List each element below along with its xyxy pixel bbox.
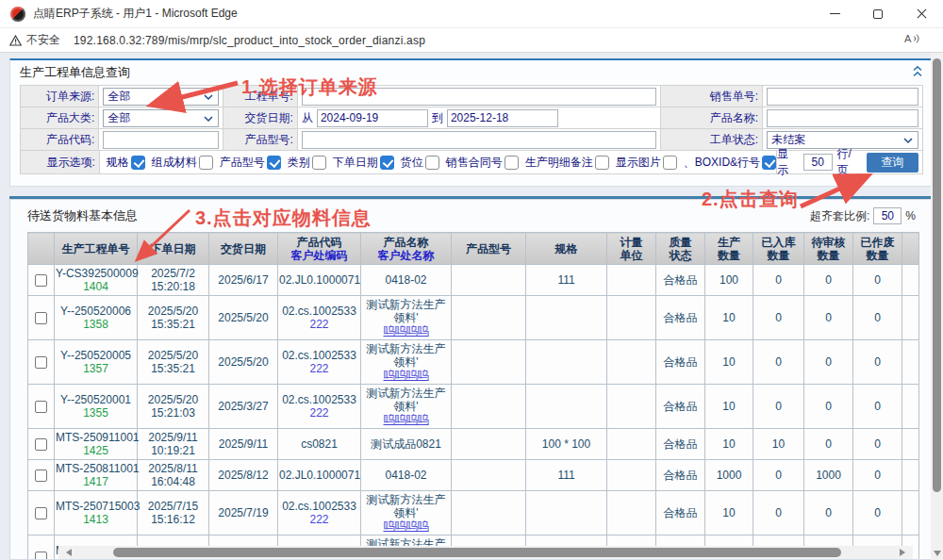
product-code-cell[interactable]: 02.cs.1002533222 bbox=[278, 491, 361, 535]
product-code-input[interactable] bbox=[103, 131, 218, 149]
display-option-checkbox[interactable] bbox=[131, 156, 145, 170]
row-checkbox[interactable] bbox=[35, 312, 47, 324]
display-option-checkbox[interactable] bbox=[380, 156, 394, 170]
product-code-cell[interactable]: 02.cs.1002533222 bbox=[278, 296, 361, 340]
security-indicator[interactable]: 不安全 bbox=[9, 32, 60, 48]
row-checkbox[interactable] bbox=[35, 438, 47, 451]
scroll-right-arrow-icon[interactable] bbox=[900, 549, 905, 556]
product-name[interactable]: 0418-02 bbox=[362, 273, 450, 287]
product-code[interactable]: 02.cs.1002533 bbox=[279, 349, 359, 362]
product-code[interactable]: 02.cs.1002533 bbox=[279, 500, 359, 513]
order-number-cell[interactable]: Y--2505200061358 bbox=[55, 296, 138, 340]
close-button[interactable] bbox=[900, 0, 943, 28]
customer-name[interactable]: 呜呜呜呜 bbox=[362, 324, 450, 338]
order-number-cell[interactable]: MTS-2508110011417 bbox=[55, 460, 138, 491]
product-model-input[interactable] bbox=[302, 131, 656, 149]
order-number[interactable]: MTS-250811001 bbox=[56, 462, 136, 475]
display-option-checkbox[interactable] bbox=[595, 156, 609, 170]
order-id[interactable]: 1417 bbox=[56, 475, 136, 488]
order-number-cell[interactable]: MTS-2509110011425 bbox=[55, 429, 138, 460]
product-code[interactable]: 02.cs.1002533 bbox=[279, 393, 359, 406]
display-option-checkbox[interactable] bbox=[663, 156, 677, 170]
order-number[interactable]: Y-CS392500009 bbox=[56, 267, 136, 280]
product-code-cell[interactable]: 02.JL0.1000071 bbox=[278, 265, 361, 296]
customer-code[interactable]: 222 bbox=[279, 318, 359, 331]
display-option-checkbox[interactable] bbox=[267, 156, 281, 170]
product-code[interactable]: 02.JL0.1000071 bbox=[279, 469, 359, 482]
collapse-panel-icon[interactable] bbox=[912, 64, 923, 81]
order-source-select[interactable]: 全部 bbox=[103, 88, 218, 106]
horizontal-scrollbar[interactable] bbox=[58, 546, 913, 559]
product-name[interactable]: 测试成品0821 bbox=[362, 437, 450, 451]
horizontal-scrollbar-thumb[interactable] bbox=[113, 548, 841, 557]
product-name-cell[interactable]: 0418-02 bbox=[361, 460, 452, 491]
product-code[interactable]: 02.JL0.1000071 bbox=[279, 273, 359, 287]
customer-code[interactable]: 222 bbox=[279, 513, 359, 526]
product-name-cell[interactable]: 0418-02 bbox=[361, 265, 452, 296]
product-category-select[interactable]: 全部 bbox=[103, 109, 218, 127]
product-name-cell[interactable]: 测试新方法生产领料'呜呜呜呜 bbox=[361, 340, 452, 385]
order-status-select[interactable]: 未结案 bbox=[767, 131, 918, 149]
vertical-scrollbar-thumb[interactable] bbox=[933, 58, 941, 492]
scroll-down-arrow-icon[interactable] bbox=[934, 551, 941, 556]
scroll-left-arrow-icon[interactable] bbox=[66, 549, 72, 556]
product-name[interactable]: 测试新方法生产领料' bbox=[362, 298, 450, 324]
customer-code[interactable]: 222 bbox=[279, 362, 359, 375]
delivery-to-input[interactable]: 2025-12-18 bbox=[447, 109, 558, 127]
order-number-cell[interactable]: MTS-2507150031413 bbox=[55, 491, 138, 535]
customer-name[interactable]: 呜呜呜呜 bbox=[362, 413, 450, 426]
row-checkbox[interactable] bbox=[35, 356, 47, 369]
product-name[interactable]: 测试新方法生产领料' bbox=[362, 342, 450, 369]
order-id[interactable]: 1404 bbox=[56, 280, 136, 293]
row-checkbox[interactable] bbox=[35, 401, 47, 413]
order-id[interactable]: 1425 bbox=[56, 444, 136, 457]
url-text[interactable]: 192.168.0.32:789/mis/mrp/slc_product_int… bbox=[74, 34, 904, 47]
display-option-checkbox[interactable] bbox=[312, 156, 326, 170]
order-number-cell[interactable]: Y--2505200011355 bbox=[55, 385, 138, 429]
search-button[interactable]: 查询 bbox=[867, 153, 918, 173]
product-code[interactable]: cs0821 bbox=[279, 437, 359, 451]
ratio-input[interactable]: 50 bbox=[873, 207, 902, 224]
product-name-cell[interactable]: 测试新方法生产领料'呜呜呜呜 bbox=[361, 385, 452, 429]
project-no-input[interactable] bbox=[302, 88, 656, 106]
maximize-button[interactable] bbox=[856, 0, 900, 28]
delivery-from-input[interactable]: 2024-09-19 bbox=[317, 109, 428, 127]
vertical-scrollbar[interactable] bbox=[931, 53, 943, 560]
order-number-cell[interactable]: Y-CS3925000091404 bbox=[55, 265, 138, 296]
order-id[interactable]: 1355 bbox=[56, 406, 136, 420]
customer-code[interactable]: 222 bbox=[279, 406, 359, 420]
customer-name[interactable]: 呜呜呜呜 bbox=[362, 369, 450, 382]
display-option-checkbox[interactable] bbox=[505, 156, 519, 170]
order-number[interactable]: Y--250520006 bbox=[56, 305, 136, 318]
customer-name[interactable]: 呜呜呜呜 bbox=[362, 519, 450, 533]
product-name[interactable]: 测试新方法生产领料' bbox=[362, 387, 450, 413]
product-name-cell[interactable]: 测试成品0821 bbox=[361, 429, 452, 460]
product-name[interactable]: 0418-02 bbox=[362, 469, 450, 482]
order-number[interactable]: MTS-250911001 bbox=[56, 431, 136, 444]
product-code-cell[interactable]: 02.cs.1002533222 bbox=[278, 340, 361, 385]
page-size-input[interactable]: 50 bbox=[803, 154, 833, 171]
row-checkbox[interactable] bbox=[35, 469, 47, 482]
read-aloud-icon[interactable]: A bbox=[904, 32, 920, 48]
product-name-cell[interactable]: 测试新方法生产领料'呜呜呜呜 bbox=[361, 491, 452, 535]
row-checkbox[interactable] bbox=[35, 274, 47, 287]
product-name[interactable]: 测试新方法生产领料' bbox=[362, 493, 450, 519]
order-id[interactable]: 1413 bbox=[56, 513, 136, 526]
order-number[interactable]: MTS-250715003 bbox=[56, 500, 136, 513]
row-checkbox[interactable] bbox=[35, 552, 47, 560]
product-code-cell[interactable]: 02.cs.1002533222 bbox=[278, 385, 361, 429]
sales-no-input[interactable] bbox=[767, 88, 918, 106]
row-checkbox[interactable] bbox=[35, 507, 47, 519]
order-number-cell[interactable]: Y--2505200051357 bbox=[55, 340, 138, 385]
product-code[interactable]: 02.cs.1002533 bbox=[279, 305, 359, 318]
display-option-checkbox[interactable] bbox=[199, 156, 213, 170]
order-id[interactable]: 1358 bbox=[56, 318, 136, 331]
product-name-cell[interactable]: 测试新方法生产领料'呜呜呜呜 bbox=[361, 296, 452, 340]
display-option-checkbox[interactable] bbox=[762, 156, 776, 170]
order-number[interactable]: Y--250520001 bbox=[56, 393, 136, 406]
minimize-button[interactable] bbox=[813, 0, 856, 28]
product-code-cell[interactable]: 02.JL0.1000071 bbox=[278, 460, 361, 491]
order-number[interactable]: Y--250520005 bbox=[56, 349, 136, 362]
product-name-input[interactable] bbox=[767, 109, 918, 127]
product-code-cell[interactable]: cs0821 bbox=[278, 429, 361, 460]
